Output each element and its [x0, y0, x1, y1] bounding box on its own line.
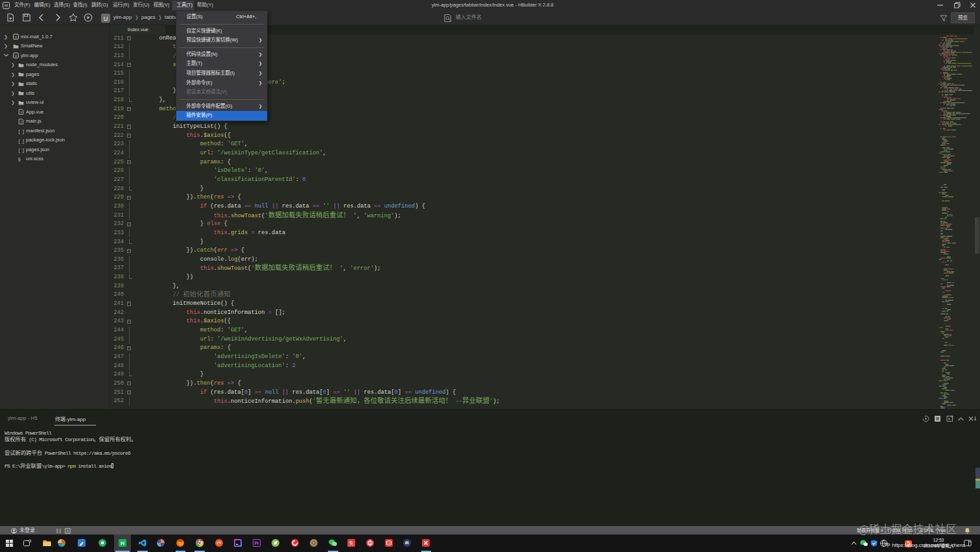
- svg-text:V: V: [19, 110, 22, 114]
- svg-text:5: 5: [67, 529, 69, 533]
- svg-text:失: 失: [349, 540, 354, 546]
- svg-text:Pr: Pr: [255, 541, 259, 546]
- svg-text:U: U: [14, 54, 17, 58]
- svg-text:U: U: [14, 35, 17, 39]
- svg-text:H: H: [121, 540, 124, 546]
- svg-text:J: J: [20, 120, 22, 124]
- svg-text:U: U: [104, 15, 108, 21]
